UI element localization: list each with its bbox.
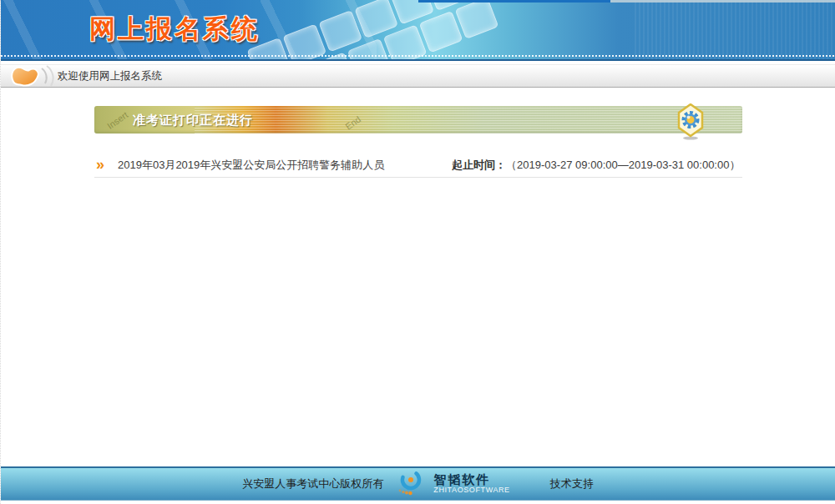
double-arrow-icon: » [96, 153, 104, 176]
section-title: 准考证打印正在进行 [133, 106, 253, 134]
footer: 兴安盟人事考试中心版权所有 智韬软件 ZHITAOSOFTWARE 技术支持 [1, 466, 835, 501]
online-registration-page: 网上报名系统 欢迎使用网上报名系统 Insert End 准考证打印正在进行 [0, 0, 835, 504]
copyright-text: 兴安盟人事考试中心版权所有 [242, 476, 383, 491]
site-title: 网上报名系统 [89, 12, 260, 47]
time-range-label: 起止时间： [452, 159, 506, 171]
welcome-message: 欢迎使用网上报名系统 [58, 65, 162, 87]
welcome-bar: 欢迎使用网上报名系统 [1, 64, 835, 88]
banner-dotted-divider [1, 55, 835, 57]
gear-hexagon-badge-icon [677, 103, 704, 144]
exam-list-row[interactable]: » 2019年03月2019年兴安盟公安局公开招聘警务辅助人员 起止时间：（20… [94, 154, 742, 178]
logo-company-name-en: ZHITAOSOFTWARE [433, 486, 509, 495]
time-range-value: （2019-03-27 09:00:00—2019-03-31 00:00:00… [506, 159, 740, 171]
swirl-logo-icon [393, 468, 428, 500]
logo-wordmark: 智韬软件 ZHITAOSOFTWARE [433, 473, 509, 495]
logo-company-name: 智韬软件 [433, 473, 509, 487]
section-header: Insert End 准考证打印正在进行 [94, 106, 742, 134]
tech-support-text: 技术支持 [550, 476, 594, 491]
exam-time-range: 起止时间：（2019-03-27 09:00:00—2019-03-31 00:… [452, 154, 740, 177]
section-pinstripes [195, 106, 742, 134]
keyboard-key [419, 11, 463, 53]
banner-pinstripes [635, 0, 835, 59]
exam-title-link[interactable]: 2019年03月2019年兴安盟公安局公开招聘警务辅助人员 [118, 154, 384, 177]
decorative-insert-key-label: Insert [105, 109, 129, 131]
hand-pointer-icon [6, 63, 54, 93]
banner-top-strip-light [610, 0, 835, 3]
banner-top-strip-dark [418, 0, 610, 3]
banner: 网上报名系统 [1, 0, 835, 61]
keyboard-key [455, 0, 499, 39]
